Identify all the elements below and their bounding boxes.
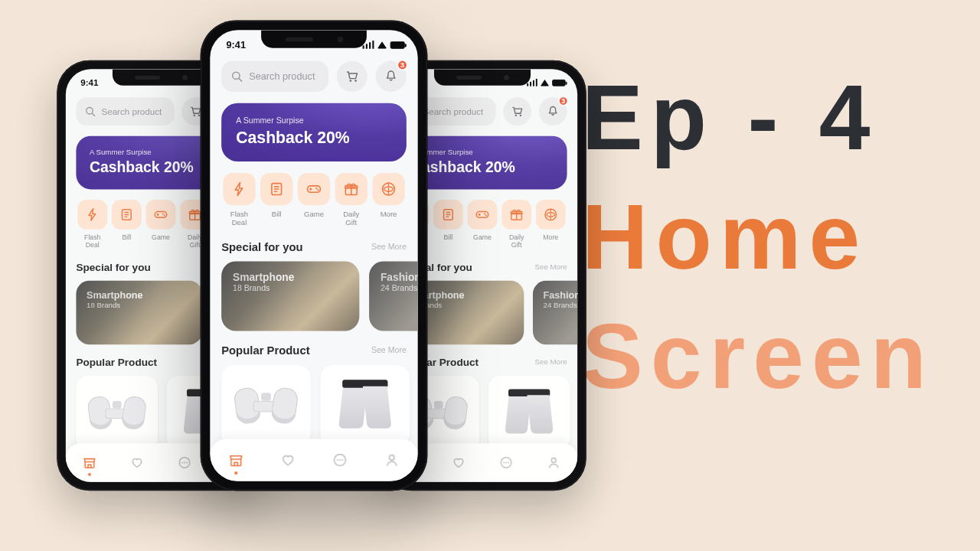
gift-icon bbox=[343, 181, 359, 197]
gift-icon bbox=[509, 207, 524, 222]
notifications-button[interactable]: 3 bbox=[539, 97, 567, 126]
tab-favorites[interactable] bbox=[279, 452, 296, 468]
category-bill[interactable]: Bill bbox=[259, 173, 295, 227]
category-label: Daily Gift bbox=[500, 234, 533, 249]
promo-banner[interactable]: A Summer Surpise Cashback 20% bbox=[221, 103, 407, 161]
section-title: Special for you bbox=[221, 240, 302, 253]
heart-icon bbox=[129, 455, 144, 470]
card-title: Fashion bbox=[381, 271, 418, 283]
category-more[interactable]: More bbox=[534, 200, 567, 249]
product-tile[interactable] bbox=[488, 376, 570, 450]
shop-icon bbox=[228, 452, 244, 468]
tab-favorites[interactable] bbox=[129, 455, 144, 470]
chat-icon bbox=[332, 452, 348, 468]
tab-chat[interactable] bbox=[332, 452, 348, 468]
category-more[interactable]: More bbox=[371, 173, 407, 227]
promo-subtitle: A Summer Surpise bbox=[411, 148, 554, 156]
category-bill[interactable]: Bill bbox=[432, 200, 465, 249]
user-icon bbox=[546, 455, 560, 470]
cart-icon bbox=[511, 105, 524, 118]
game-icon bbox=[305, 181, 322, 197]
category-label: Daily Gift bbox=[333, 210, 369, 227]
section-title: Popular Product bbox=[76, 356, 157, 368]
shop-icon bbox=[82, 455, 96, 470]
bell-icon bbox=[384, 69, 398, 83]
chat-icon bbox=[177, 455, 191, 470]
category-flash-deal[interactable]: Flash Deal bbox=[76, 200, 109, 249]
category-label: Bill bbox=[110, 234, 143, 242]
special-card-smartphone[interactable]: Smartphone18 Brands bbox=[221, 261, 359, 331]
card-subtitle: 24 Brands bbox=[381, 283, 418, 292]
product-image-shorts bbox=[341, 380, 390, 432]
product-tile[interactable] bbox=[221, 365, 311, 446]
special-card-fashion[interactable]: Fashion24 Brands bbox=[369, 261, 418, 331]
phone-mock-front: 9:41 Search product 3 A Summer Su bbox=[201, 21, 428, 491]
product-tile[interactable] bbox=[320, 365, 410, 446]
search-placeholder: Search product bbox=[101, 106, 162, 117]
category-label: More bbox=[534, 234, 567, 242]
see-more-link[interactable]: See More bbox=[371, 346, 407, 355]
tab-home[interactable] bbox=[228, 452, 244, 468]
category-bill[interactable]: Bill bbox=[110, 200, 143, 249]
more-icon bbox=[544, 207, 558, 222]
promo-subtitle: A Summer Surpise bbox=[236, 116, 392, 126]
special-card-fashion[interactable]: Fashion24 Brands bbox=[533, 280, 577, 344]
section-title: Special for you bbox=[76, 261, 150, 273]
tab-chat[interactable] bbox=[498, 455, 513, 470]
search-placeholder: Search product bbox=[249, 70, 315, 82]
see-more-link[interactable]: See More bbox=[535, 358, 567, 367]
tab-profile[interactable] bbox=[384, 452, 400, 468]
card-title: Fashion bbox=[544, 289, 578, 301]
category-label: More bbox=[371, 210, 407, 219]
flash-icon bbox=[85, 207, 100, 222]
chat-icon bbox=[498, 455, 513, 470]
search-input[interactable]: Search product bbox=[221, 61, 328, 92]
category-game[interactable]: Game bbox=[296, 173, 332, 227]
special-card-smartphone[interactable]: Smartphone 18 Brands bbox=[76, 280, 202, 344]
status-time: 9:41 bbox=[80, 77, 98, 88]
tab-favorites[interactable] bbox=[451, 455, 466, 470]
wifi-icon bbox=[541, 79, 550, 86]
product-image-controller bbox=[234, 383, 299, 428]
category-label: Game bbox=[145, 234, 178, 242]
see-more-link[interactable]: See More bbox=[371, 242, 407, 251]
category-row: Flash Deal Bill Game Daily Gift More bbox=[221, 173, 407, 227]
wifi-icon bbox=[377, 41, 387, 49]
bell-icon bbox=[546, 105, 559, 118]
search-placeholder: Search product bbox=[423, 106, 483, 117]
user-icon bbox=[384, 452, 400, 468]
cart-button[interactable] bbox=[503, 97, 531, 126]
bill-icon bbox=[441, 207, 456, 222]
category-label: Flash Deal bbox=[221, 210, 257, 227]
product-tile[interactable] bbox=[76, 376, 158, 450]
tab-profile[interactable] bbox=[546, 455, 560, 470]
category-daily-gift[interactable]: Daily Gift bbox=[333, 173, 369, 227]
section-header-special: Special for youSee More bbox=[221, 240, 407, 253]
flash-icon bbox=[231, 181, 247, 197]
category-label: Bill bbox=[259, 210, 295, 219]
see-more-link[interactable]: See More bbox=[535, 263, 567, 272]
game-icon bbox=[153, 207, 168, 222]
category-flash-deal[interactable]: Flash Deal bbox=[221, 173, 257, 227]
search-input[interactable]: Search product bbox=[76, 97, 174, 126]
bill-icon bbox=[269, 181, 285, 197]
promo-headline: Cashback 20% bbox=[411, 159, 554, 176]
section-title: Popular Product bbox=[221, 344, 309, 357]
more-icon bbox=[381, 181, 397, 197]
tab-home[interactable] bbox=[82, 455, 96, 470]
tab-chat[interactable] bbox=[177, 455, 191, 470]
cart-button[interactable] bbox=[337, 61, 368, 92]
heart-icon bbox=[279, 452, 296, 468]
category-game[interactable]: Game bbox=[145, 200, 178, 249]
card-subtitle: 18 Brands bbox=[233, 283, 348, 292]
category-game[interactable]: Game bbox=[466, 200, 499, 249]
card-subtitle: 24 Brands bbox=[544, 301, 578, 309]
heart-icon bbox=[451, 455, 466, 470]
card-title: Smartphone bbox=[87, 289, 192, 301]
category-label: Bill bbox=[432, 234, 465, 242]
category-daily-gift[interactable]: Daily Gift bbox=[500, 200, 533, 249]
title-line-3: Screen bbox=[582, 296, 934, 416]
notifications-button[interactable]: 3 bbox=[376, 61, 407, 92]
device-notch bbox=[434, 69, 531, 85]
bill-icon bbox=[119, 207, 134, 222]
